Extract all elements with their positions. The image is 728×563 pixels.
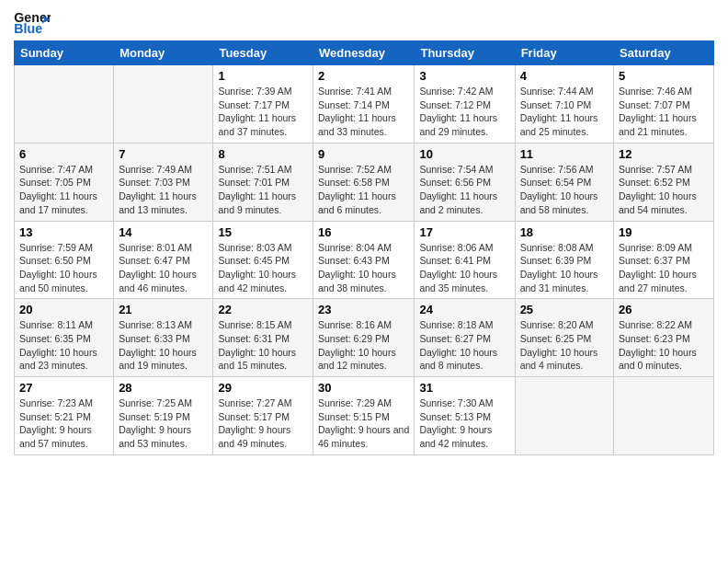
calendar-cell: 1Sunrise: 7:39 AMSunset: 7:17 PMDaylight… bbox=[213, 65, 313, 144]
calendar-cell: 10Sunrise: 7:54 AMSunset: 6:56 PMDayligh… bbox=[415, 143, 515, 221]
day-number: 14 bbox=[119, 225, 208, 239]
day-number: 27 bbox=[19, 381, 108, 395]
calendar-cell: 27Sunrise: 7:23 AMSunset: 5:21 PMDayligh… bbox=[15, 377, 114, 455]
day-detail: Sunrise: 7:46 AMSunset: 7:07 PMDaylight:… bbox=[619, 85, 709, 139]
calendar-header-row: SundayMondayTuesdayWednesdayThursdayFrid… bbox=[15, 41, 714, 65]
day-number: 18 bbox=[520, 225, 609, 239]
calendar-cell: 9Sunrise: 7:52 AMSunset: 6:58 PMDaylight… bbox=[313, 143, 415, 221]
logo: General Blue bbox=[14, 9, 51, 37]
day-detail: Sunrise: 8:03 AMSunset: 6:45 PMDaylight:… bbox=[218, 241, 308, 295]
calendar-cell: 22Sunrise: 8:15 AMSunset: 6:31 PMDayligh… bbox=[213, 299, 313, 377]
day-number: 4 bbox=[520, 69, 609, 83]
calendar-cell: 24Sunrise: 8:18 AMSunset: 6:27 PMDayligh… bbox=[415, 299, 515, 377]
day-detail: Sunrise: 7:51 AMSunset: 7:01 PMDaylight:… bbox=[218, 163, 308, 217]
calendar-cell: 5Sunrise: 7:46 AMSunset: 7:07 PMDaylight… bbox=[614, 65, 714, 144]
day-number: 21 bbox=[119, 303, 208, 316]
day-header-tuesday: Tuesday bbox=[213, 41, 313, 65]
calendar-cell bbox=[114, 65, 213, 144]
day-number: 5 bbox=[619, 69, 709, 83]
day-number: 6 bbox=[19, 147, 108, 161]
calendar-cell: 28Sunrise: 7:25 AMSunset: 5:19 PMDayligh… bbox=[114, 377, 213, 455]
calendar-cell: 14Sunrise: 8:01 AMSunset: 6:47 PMDayligh… bbox=[114, 221, 213, 299]
day-detail: Sunrise: 8:08 AMSunset: 6:39 PMDaylight:… bbox=[520, 241, 609, 295]
day-number: 31 bbox=[419, 381, 509, 395]
calendar-cell: 15Sunrise: 8:03 AMSunset: 6:45 PMDayligh… bbox=[213, 221, 313, 299]
day-detail: Sunrise: 7:39 AMSunset: 7:17 PMDaylight:… bbox=[218, 85, 308, 139]
day-number: 23 bbox=[318, 303, 409, 316]
calendar-week-2: 6Sunrise: 7:47 AMSunset: 7:05 PMDaylight… bbox=[15, 143, 714, 221]
day-number: 22 bbox=[218, 303, 308, 316]
day-detail: Sunrise: 8:04 AMSunset: 6:43 PMDaylight:… bbox=[318, 241, 409, 295]
day-detail: Sunrise: 7:56 AMSunset: 6:54 PMDaylight:… bbox=[520, 163, 609, 217]
svg-text:Blue: Blue bbox=[14, 21, 42, 36]
day-detail: Sunrise: 7:54 AMSunset: 6:56 PMDaylight:… bbox=[419, 163, 509, 217]
calendar-week-5: 27Sunrise: 7:23 AMSunset: 5:21 PMDayligh… bbox=[15, 377, 714, 455]
calendar-cell: 31Sunrise: 7:30 AMSunset: 5:13 PMDayligh… bbox=[415, 377, 515, 455]
day-detail: Sunrise: 7:52 AMSunset: 6:58 PMDaylight:… bbox=[318, 163, 409, 217]
day-detail: Sunrise: 7:47 AMSunset: 7:05 PMDaylight:… bbox=[19, 163, 108, 217]
day-number: 29 bbox=[218, 381, 308, 395]
calendar-cell: 11Sunrise: 7:56 AMSunset: 6:54 PMDayligh… bbox=[515, 143, 613, 221]
calendar-cell bbox=[15, 65, 114, 144]
day-number: 8 bbox=[218, 147, 308, 161]
calendar-cell: 4Sunrise: 7:44 AMSunset: 7:10 PMDaylight… bbox=[515, 65, 613, 144]
day-number: 28 bbox=[119, 381, 208, 395]
calendar-cell: 8Sunrise: 7:51 AMSunset: 7:01 PMDaylight… bbox=[213, 143, 313, 221]
calendar-week-3: 13Sunrise: 7:59 AMSunset: 6:50 PMDayligh… bbox=[15, 221, 714, 299]
day-number: 25 bbox=[520, 303, 609, 316]
logo-icon: General Blue bbox=[14, 9, 51, 37]
day-header-monday: Monday bbox=[114, 41, 213, 65]
day-detail: Sunrise: 7:59 AMSunset: 6:50 PMDaylight:… bbox=[19, 241, 108, 295]
day-header-thursday: Thursday bbox=[415, 41, 515, 65]
day-detail: Sunrise: 7:27 AMSunset: 5:17 PMDaylight:… bbox=[218, 396, 308, 451]
calendar-cell: 3Sunrise: 7:42 AMSunset: 7:12 PMDaylight… bbox=[415, 65, 515, 144]
day-detail: Sunrise: 7:49 AMSunset: 7:03 PMDaylight:… bbox=[119, 163, 208, 217]
calendar-week-1: 1Sunrise: 7:39 AMSunset: 7:17 PMDaylight… bbox=[15, 65, 714, 144]
calendar-cell bbox=[614, 377, 714, 455]
page-header: General Blue bbox=[14, 9, 714, 37]
day-detail: Sunrise: 7:42 AMSunset: 7:12 PMDaylight:… bbox=[419, 85, 509, 139]
day-detail: Sunrise: 7:29 AMSunset: 5:15 PMDaylight:… bbox=[318, 396, 409, 451]
day-detail: Sunrise: 8:01 AMSunset: 6:47 PMDaylight:… bbox=[119, 241, 208, 295]
day-number: 15 bbox=[218, 225, 308, 239]
calendar-cell: 2Sunrise: 7:41 AMSunset: 7:14 PMDaylight… bbox=[313, 65, 415, 144]
calendar-cell: 30Sunrise: 7:29 AMSunset: 5:15 PMDayligh… bbox=[313, 377, 415, 455]
day-detail: Sunrise: 7:57 AMSunset: 6:52 PMDaylight:… bbox=[619, 163, 709, 217]
day-detail: Sunrise: 7:30 AMSunset: 5:13 PMDaylight:… bbox=[419, 396, 509, 451]
day-number: 11 bbox=[520, 147, 609, 161]
day-number: 7 bbox=[119, 147, 208, 161]
calendar-cell: 18Sunrise: 8:08 AMSunset: 6:39 PMDayligh… bbox=[515, 221, 613, 299]
day-detail: Sunrise: 7:23 AMSunset: 5:21 PMDaylight:… bbox=[19, 396, 108, 451]
day-detail: Sunrise: 8:13 AMSunset: 6:33 PMDaylight:… bbox=[119, 318, 208, 373]
day-number: 3 bbox=[419, 69, 509, 83]
calendar-cell bbox=[515, 377, 613, 455]
calendar-cell: 20Sunrise: 8:11 AMSunset: 6:35 PMDayligh… bbox=[15, 299, 114, 377]
day-number: 13 bbox=[19, 225, 108, 239]
day-detail: Sunrise: 7:44 AMSunset: 7:10 PMDaylight:… bbox=[520, 85, 609, 139]
day-header-sunday: Sunday bbox=[15, 41, 114, 65]
calendar-cell: 16Sunrise: 8:04 AMSunset: 6:43 PMDayligh… bbox=[313, 221, 415, 299]
day-number: 9 bbox=[318, 147, 409, 161]
day-number: 20 bbox=[19, 303, 108, 316]
day-detail: Sunrise: 8:22 AMSunset: 6:23 PMDaylight:… bbox=[619, 318, 709, 373]
calendar-week-4: 20Sunrise: 8:11 AMSunset: 6:35 PMDayligh… bbox=[15, 299, 714, 377]
calendar-cell: 21Sunrise: 8:13 AMSunset: 6:33 PMDayligh… bbox=[114, 299, 213, 377]
calendar-cell: 7Sunrise: 7:49 AMSunset: 7:03 PMDaylight… bbox=[114, 143, 213, 221]
day-detail: Sunrise: 7:25 AMSunset: 5:19 PMDaylight:… bbox=[119, 396, 208, 451]
day-header-friday: Friday bbox=[515, 41, 613, 65]
day-header-saturday: Saturday bbox=[614, 41, 714, 65]
day-header-wednesday: Wednesday bbox=[313, 41, 415, 65]
day-number: 24 bbox=[419, 303, 509, 316]
day-number: 10 bbox=[419, 147, 509, 161]
calendar-cell: 19Sunrise: 8:09 AMSunset: 6:37 PMDayligh… bbox=[614, 221, 714, 299]
day-number: 12 bbox=[619, 147, 709, 161]
calendar-cell: 23Sunrise: 8:16 AMSunset: 6:29 PMDayligh… bbox=[313, 299, 415, 377]
day-detail: Sunrise: 8:15 AMSunset: 6:31 PMDaylight:… bbox=[218, 318, 308, 373]
calendar-cell: 29Sunrise: 7:27 AMSunset: 5:17 PMDayligh… bbox=[213, 377, 313, 455]
day-detail: Sunrise: 8:20 AMSunset: 6:25 PMDaylight:… bbox=[520, 318, 609, 373]
day-number: 19 bbox=[619, 225, 709, 239]
day-detail: Sunrise: 7:41 AMSunset: 7:14 PMDaylight:… bbox=[318, 85, 409, 139]
day-number: 16 bbox=[318, 225, 409, 239]
day-number: 30 bbox=[318, 381, 409, 395]
day-number: 1 bbox=[218, 69, 308, 83]
